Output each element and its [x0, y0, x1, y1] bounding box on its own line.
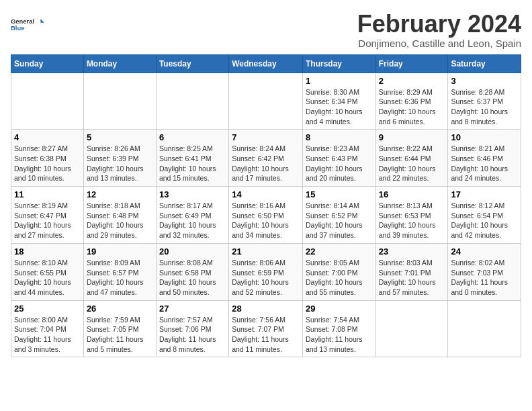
calendar-day-cell: 8Sunrise: 8:23 AMSunset: 6:43 PMDaylight…: [302, 130, 375, 187]
day-detail: Sunrise: 8:17 AMSunset: 6:49 PMDaylight:…: [159, 201, 226, 240]
calendar-header-cell: Tuesday: [156, 54, 228, 73]
logo-svg: General Blue: [11, 11, 44, 38]
day-number: 26: [87, 304, 153, 314]
calendar-body: 1Sunrise: 8:30 AMSunset: 6:34 PMDaylight…: [11, 73, 521, 357]
calendar-day-cell: 25Sunrise: 8:00 AMSunset: 7:04 PMDayligh…: [11, 300, 84, 357]
day-detail: Sunrise: 7:56 AMSunset: 7:07 PMDaylight:…: [232, 315, 300, 355]
calendar-header-cell: Monday: [83, 54, 156, 73]
calendar-day-cell: 6Sunrise: 8:25 AMSunset: 6:41 PMDaylight…: [156, 130, 228, 187]
day-number: 13: [159, 189, 226, 199]
day-number: 8: [306, 132, 373, 142]
day-detail: Sunrise: 8:21 AMSunset: 6:46 PMDaylight:…: [451, 144, 518, 183]
calendar-header-cell: Sunday: [11, 54, 84, 73]
day-number: 9: [379, 132, 445, 142]
calendar-day-cell: 13Sunrise: 8:17 AMSunset: 6:49 PMDayligh…: [156, 187, 228, 244]
day-detail: Sunrise: 8:23 AMSunset: 6:43 PMDaylight:…: [306, 144, 373, 183]
calendar-day-cell: [11, 73, 84, 130]
day-number: 28: [232, 304, 300, 314]
day-detail: Sunrise: 7:59 AMSunset: 7:05 PMDaylight:…: [87, 315, 153, 355]
day-detail: Sunrise: 8:13 AMSunset: 6:53 PMDaylight:…: [379, 201, 445, 240]
header: General Blue February 2024 Donjimeno, Ca…: [11, 11, 521, 49]
calendar-day-cell: 16Sunrise: 8:13 AMSunset: 6:53 PMDayligh…: [375, 187, 448, 244]
calendar-day-cell: 18Sunrise: 8:10 AMSunset: 6:55 PMDayligh…: [11, 243, 84, 300]
day-number: 6: [159, 132, 226, 142]
svg-text:General: General: [11, 17, 34, 25]
calendar-day-cell: 19Sunrise: 8:09 AMSunset: 6:57 PMDayligh…: [83, 243, 156, 300]
day-detail: Sunrise: 8:08 AMSunset: 6:58 PMDaylight:…: [159, 258, 226, 298]
day-detail: Sunrise: 8:26 AMSunset: 6:39 PMDaylight:…: [87, 144, 153, 183]
day-detail: Sunrise: 8:00 AMSunset: 7:04 PMDaylight:…: [14, 315, 81, 355]
calendar-day-cell: [448, 300, 521, 357]
calendar-day-cell: 3Sunrise: 8:28 AMSunset: 6:37 PMDaylight…: [448, 73, 521, 130]
calendar-day-cell: 2Sunrise: 8:29 AMSunset: 6:36 PMDaylight…: [375, 73, 448, 130]
logo: General Blue: [11, 11, 44, 38]
day-number: 5: [87, 132, 153, 142]
day-number: 17: [451, 189, 518, 199]
day-number: 22: [306, 246, 373, 257]
day-number: 1: [306, 76, 373, 86]
calendar-day-cell: 23Sunrise: 8:03 AMSunset: 7:01 PMDayligh…: [375, 243, 448, 300]
calendar-week-row: 4Sunrise: 8:27 AMSunset: 6:38 PMDaylight…: [11, 130, 521, 187]
calendar-title: February 2024: [357, 11, 521, 38]
calendar-day-cell: 12Sunrise: 8:18 AMSunset: 6:48 PMDayligh…: [83, 187, 156, 244]
calendar-week-row: 18Sunrise: 8:10 AMSunset: 6:55 PMDayligh…: [11, 243, 521, 300]
day-detail: Sunrise: 8:19 AMSunset: 6:47 PMDaylight:…: [14, 201, 81, 240]
calendar-day-cell: 9Sunrise: 8:22 AMSunset: 6:44 PMDaylight…: [375, 130, 448, 187]
day-detail: Sunrise: 8:02 AMSunset: 7:03 PMDaylight:…: [451, 258, 518, 298]
day-detail: Sunrise: 8:25 AMSunset: 6:41 PMDaylight:…: [159, 144, 226, 183]
calendar-day-cell: 26Sunrise: 7:59 AMSunset: 7:05 PMDayligh…: [83, 300, 156, 357]
day-detail: Sunrise: 8:05 AMSunset: 7:00 PMDaylight:…: [306, 258, 373, 298]
calendar-day-cell: [83, 73, 156, 130]
calendar-day-cell: 15Sunrise: 8:14 AMSunset: 6:52 PMDayligh…: [302, 187, 375, 244]
day-number: 25: [14, 304, 81, 314]
calendar-day-cell: [156, 73, 228, 130]
day-number: 4: [14, 132, 81, 142]
day-number: 20: [159, 246, 226, 257]
day-detail: Sunrise: 7:57 AMSunset: 7:06 PMDaylight:…: [159, 315, 226, 355]
day-number: 3: [451, 76, 518, 86]
day-number: 7: [232, 132, 300, 142]
calendar-header-cell: Thursday: [302, 54, 375, 73]
day-detail: Sunrise: 7:54 AMSunset: 7:08 PMDaylight:…: [306, 315, 373, 355]
calendar-day-cell: 17Sunrise: 8:12 AMSunset: 6:54 PMDayligh…: [448, 187, 521, 244]
calendar-day-cell: [375, 300, 448, 357]
calendar-header-cell: Saturday: [448, 54, 521, 73]
day-detail: Sunrise: 8:14 AMSunset: 6:52 PMDaylight:…: [306, 201, 373, 240]
calendar-week-row: 1Sunrise: 8:30 AMSunset: 6:34 PMDaylight…: [11, 73, 521, 130]
day-number: 19: [87, 246, 153, 257]
calendar-header-cell: Friday: [375, 54, 448, 73]
day-number: 29: [306, 304, 373, 314]
day-detail: Sunrise: 8:30 AMSunset: 6:34 PMDaylight:…: [306, 87, 373, 127]
day-number: 16: [379, 189, 445, 199]
day-number: 15: [306, 189, 373, 199]
day-detail: Sunrise: 8:09 AMSunset: 6:57 PMDaylight:…: [87, 258, 153, 298]
day-detail: Sunrise: 8:12 AMSunset: 6:54 PMDaylight:…: [451, 201, 518, 240]
calendar-day-cell: 22Sunrise: 8:05 AMSunset: 7:00 PMDayligh…: [302, 243, 375, 300]
calendar-day-cell: 24Sunrise: 8:02 AMSunset: 7:03 PMDayligh…: [448, 243, 521, 300]
calendar-table: SundayMondayTuesdayWednesdayThursdayFrid…: [11, 54, 521, 358]
day-detail: Sunrise: 8:16 AMSunset: 6:50 PMDaylight:…: [232, 201, 300, 240]
day-number: 14: [232, 189, 300, 199]
day-detail: Sunrise: 8:06 AMSunset: 6:59 PMDaylight:…: [232, 258, 300, 298]
calendar-day-cell: 14Sunrise: 8:16 AMSunset: 6:50 PMDayligh…: [229, 187, 303, 244]
day-detail: Sunrise: 8:10 AMSunset: 6:55 PMDaylight:…: [14, 258, 81, 298]
day-number: 11: [14, 189, 81, 199]
day-detail: Sunrise: 8:18 AMSunset: 6:48 PMDaylight:…: [87, 201, 153, 240]
day-number: 12: [87, 189, 153, 199]
calendar-day-cell: 27Sunrise: 7:57 AMSunset: 7:06 PMDayligh…: [156, 300, 228, 357]
calendar-header-cell: Wednesday: [229, 54, 303, 73]
day-number: 21: [232, 246, 300, 257]
svg-text:Blue: Blue: [11, 24, 24, 32]
day-number: 23: [379, 246, 445, 257]
svg-marker-1: [40, 19, 44, 23]
day-detail: Sunrise: 8:24 AMSunset: 6:42 PMDaylight:…: [232, 144, 300, 183]
day-number: 10: [451, 132, 518, 142]
calendar-week-row: 25Sunrise: 8:00 AMSunset: 7:04 PMDayligh…: [11, 300, 521, 357]
calendar-subtitle: Donjimeno, Castille and Leon, Spain: [357, 38, 521, 49]
calendar-day-cell: 20Sunrise: 8:08 AMSunset: 6:58 PMDayligh…: [156, 243, 228, 300]
day-detail: Sunrise: 8:29 AMSunset: 6:36 PMDaylight:…: [379, 87, 445, 127]
day-detail: Sunrise: 8:22 AMSunset: 6:44 PMDaylight:…: [379, 144, 445, 183]
day-number: 24: [451, 246, 518, 257]
calendar-day-cell: 28Sunrise: 7:56 AMSunset: 7:07 PMDayligh…: [229, 300, 303, 357]
day-detail: Sunrise: 8:27 AMSunset: 6:38 PMDaylight:…: [14, 144, 81, 183]
